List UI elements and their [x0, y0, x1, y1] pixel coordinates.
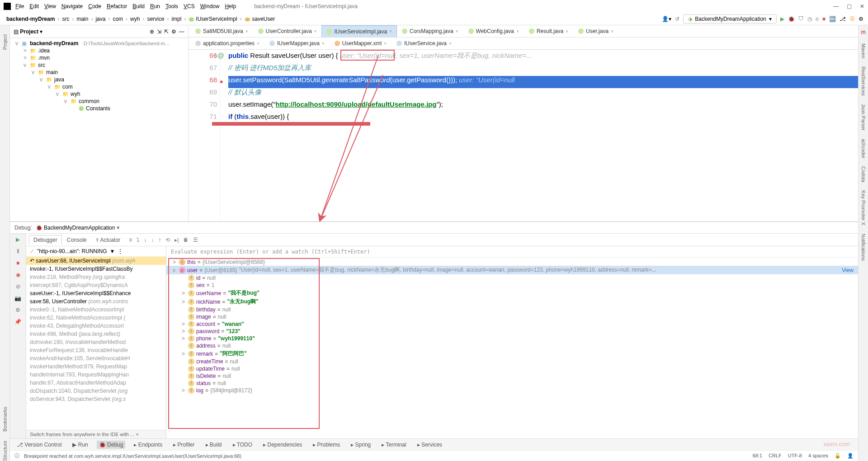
pin-button[interactable]: 📌 — [14, 319, 21, 325]
variable-row[interactable]: f sex = 1 — [166, 282, 858, 289]
more-icon[interactable]: ⋮ — [118, 248, 123, 254]
run-button[interactable]: ▶ — [780, 16, 784, 22]
stack-frame[interactable]: doDispatch:1040, DispatcherServlet (org — [26, 387, 166, 395]
menu-code[interactable]: Code — [85, 2, 104, 10]
step-over-icon[interactable]: ⤵ — [137, 237, 139, 243]
code-line[interactable]: // 密码 进行MD5加盐再入库 — [228, 64, 858, 76]
editor-tab[interactable]: IUserServiceImpl.java× — [321, 25, 397, 37]
menu-refactor[interactable]: Refactor — [104, 2, 130, 10]
tool-todo[interactable]: ▸ TODO — [231, 441, 255, 449]
settings-icon[interactable]: ⚙ — [171, 28, 176, 35]
variable-row[interactable]: vp user = {User@8165} "User(id=null, sex… — [166, 266, 858, 274]
user-icon[interactable]: 👤▾ — [662, 16, 671, 22]
close-tab-icon[interactable]: × — [314, 29, 317, 34]
evaluate-input[interactable]: Evaluate expression (Enter) or add a wat… — [166, 246, 858, 258]
filter-icon[interactable]: ▼ — [110, 248, 115, 254]
stack-frame[interactable]: invoke:498, Method (java.lang.reflect) — [26, 330, 166, 338]
close-tab-icon[interactable]: × — [384, 41, 387, 46]
stack-frame[interactable]: invoke:43, DelegatingMethodAccessorI — [26, 322, 166, 330]
close-tab-icon[interactable]: × — [449, 41, 452, 46]
close-button[interactable]: ✕ — [860, 3, 864, 9]
variable-row[interactable]: f isDelete = null — [166, 372, 858, 380]
variable-row[interactable]: f status = null — [166, 380, 858, 387]
inspection-icon[interactable]: 👤 — [847, 453, 854, 459]
step-out-icon[interactable]: ↑ — [158, 237, 161, 243]
crumb-2[interactable]: main — [75, 15, 90, 23]
tree-node[interactable]: v java — [10, 76, 188, 83]
editor-tab[interactable]: SaltMD5Util.java× — [190, 25, 253, 37]
tool-profiler[interactable]: ▸ Profiler — [171, 441, 197, 449]
console-tab[interactable]: Console — [63, 235, 91, 245]
variable-row[interactable]: >t this = {IUserServiceImpl@6568} — [166, 259, 858, 266]
editor-tab[interactable]: IUserMapper.java× — [264, 38, 330, 49]
stack-frame[interactable]: ↶ saveUser:68, IUserServiceImpl (com.wyh — [26, 257, 166, 265]
tool-terminal[interactable]: ▸ Terminal — [379, 441, 408, 449]
editor-tab[interactable]: IUserService.java× — [392, 38, 457, 49]
editor-tab[interactable]: WebConfig.java× — [463, 25, 524, 37]
mute-breakpoints-button[interactable]: ⊘ — [16, 283, 20, 290]
stack-frame[interactable]: doService:943, DispatcherServlet (org.s — [26, 395, 166, 403]
variable-row[interactable]: >f phone = "wyh1999110" — [166, 335, 858, 342]
variable-row[interactable]: f id = null — [166, 274, 858, 282]
code-line[interactable]: user.setImage("http://localhost:9090/upl… — [228, 100, 858, 113]
editor-tab[interactable]: User.java× — [573, 25, 618, 37]
indent[interactable]: 4 spaces — [808, 453, 828, 459]
variable-row[interactable]: f birthday = null — [166, 306, 858, 313]
code-line[interactable]: // 默认头像 — [228, 88, 858, 100]
menu-build[interactable]: Build — [130, 2, 147, 10]
variable-row[interactable]: f updateTime = null — [166, 365, 858, 372]
maven-m-icon[interactable]: m — [861, 29, 866, 35]
stack-frame[interactable]: invokeForRequest:138, InvocableHandle — [26, 346, 166, 354]
editor-tab[interactable]: Result.java× — [524, 25, 573, 37]
tree-node[interactable]: > .mvn — [10, 54, 188, 61]
code-line[interactable]: user.setPassword(SaltMD5Util.generateSal… — [228, 76, 858, 88]
close-tab-icon[interactable]: × — [322, 41, 325, 46]
attach-button[interactable]: ⎋ — [816, 16, 819, 22]
menu-vcs[interactable]: VCS — [181, 2, 198, 10]
menu-view[interactable]: View — [42, 2, 59, 10]
tree-node[interactable]: v src — [10, 61, 188, 69]
close-tab-icon[interactable]: × — [389, 29, 392, 34]
line-separator[interactable]: CRLF — [769, 453, 782, 459]
tree-node[interactable]: > .idea — [10, 47, 188, 54]
show-execution-point-icon[interactable]: ≡ — [129, 237, 132, 243]
menu-navigate[interactable]: Navigate — [59, 2, 85, 10]
stop-button[interactable]: ■ — [822, 16, 826, 22]
collapse-all-icon[interactable]: ⇱ — [164, 28, 169, 35]
close-tab-icon[interactable]: × — [566, 29, 568, 34]
menu-file[interactable]: File — [13, 2, 27, 10]
tree-node[interactable]: v com — [10, 83, 188, 90]
close-tab-icon[interactable]: × — [516, 29, 519, 34]
stripe-maven[interactable]: Maven — [861, 43, 866, 58]
stack-frame[interactable]: doInvoke:190, InvocableHandlerMethod — [26, 338, 166, 346]
stripe-bookmarks[interactable]: Bookmarks — [2, 407, 8, 432]
close-tab-icon[interactable]: × — [456, 29, 458, 34]
variable-row[interactable]: f address = null — [166, 342, 858, 349]
translate-icon[interactable]: 🔤 — [829, 16, 836, 22]
encoding[interactable]: UTF-8 — [788, 453, 802, 459]
stack-frame[interactable]: save:58, UserController (com.wyh.contro — [26, 297, 166, 306]
resume-button[interactable]: ▶ — [16, 236, 20, 243]
stack-frame[interactable]: saveUser:-1, IUserServiceImpl$$Enhance — [26, 289, 166, 297]
tool-problems[interactable]: ▸ Problems — [311, 441, 342, 449]
redo-icon[interactable]: ↺ — [675, 16, 679, 22]
variable-row[interactable]: f createTime = null — [166, 358, 858, 365]
stripe-aix[interactable]: aiXcoder — [861, 139, 866, 158]
crumb-3[interactable]: java — [94, 15, 107, 23]
close-tab-icon[interactable]: × — [257, 41, 259, 46]
profile-button[interactable]: ◷ — [807, 16, 812, 22]
menu-run[interactable]: Run — [147, 2, 163, 10]
variable-row[interactable]: >f account = "wanan" — [166, 320, 858, 328]
stack-frame[interactable]: invoke:-1, IUserServiceImpl$$FastClassBy — [26, 265, 166, 273]
stripe-kpx[interactable]: Key Promoter X — [861, 190, 866, 226]
stripe-notif[interactable]: Notifications — [861, 234, 866, 261]
coverage-button[interactable]: ⛉ — [798, 16, 804, 22]
tree-root[interactable]: v backend-myDream D:\Tools\JavaWorkSpace… — [10, 40, 188, 47]
tool-run[interactable]: ▶ Run — [70, 441, 90, 449]
crumb-8[interactable]: C IUserServiceImpl — [187, 15, 239, 23]
tool-spring[interactable]: ▸ Spring — [349, 441, 373, 449]
crumb-4[interactable]: com — [111, 15, 125, 23]
minimize-button[interactable]: — — [833, 3, 839, 9]
stack-frame[interactable]: handleInternal:793, RequestMappingHan — [26, 371, 166, 379]
variable-row[interactable]: >f userName = "我不是bug" — [166, 289, 858, 297]
